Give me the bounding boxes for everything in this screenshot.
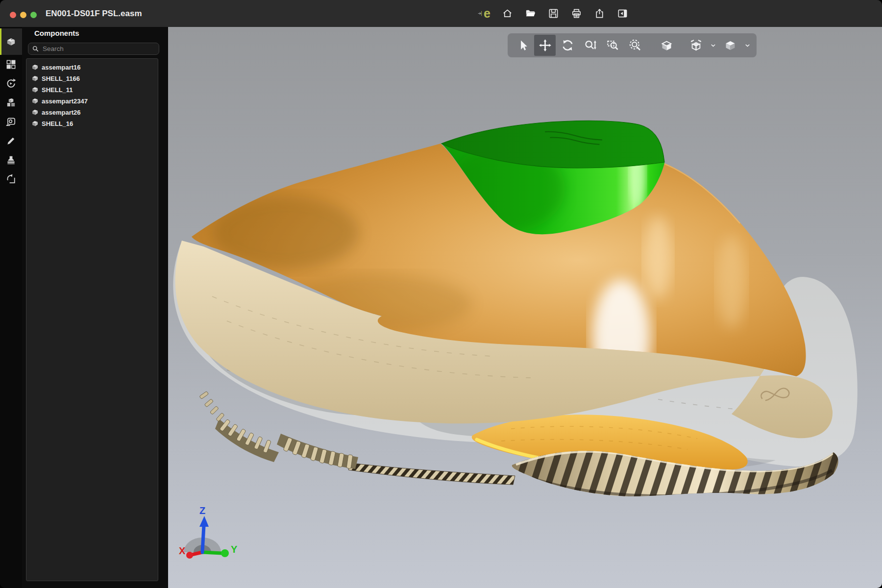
view-orientation-button[interactable] (685, 35, 707, 56)
search-icon (32, 46, 39, 52)
tree-item[interactable]: assempart16 (31, 62, 158, 73)
measure-icon (5, 116, 17, 127)
rail-item-markup[interactable] (0, 131, 22, 150)
traffic-lights (10, 12, 37, 18)
zoom-fit-tool-button[interactable] (624, 35, 646, 56)
tree-item-label: assempart2347 (42, 98, 88, 105)
search-input[interactable] (42, 45, 155, 53)
components-icon (5, 36, 17, 48)
tree-item[interactable]: SHELL_11 (31, 84, 158, 96)
part-icon (31, 64, 39, 71)
tree-item-label: assempart26 (42, 109, 81, 116)
viewport-toolbar (508, 33, 757, 57)
orientation-triad: X Y Z (179, 505, 238, 559)
y-axis (202, 552, 222, 553)
z-axis-label: Z (199, 505, 205, 516)
rail-item-reset-view[interactable] (0, 170, 22, 189)
save-button[interactable] (547, 7, 560, 20)
pencil-icon (5, 135, 17, 147)
assemblies-icon (5, 97, 17, 108)
chevron-down-icon (744, 42, 751, 49)
y-axis-label: Y (231, 544, 238, 555)
rail-item-assemblies[interactable] (0, 93, 22, 112)
x-axis-label: X (179, 545, 186, 556)
zoom-window-tool-button[interactable] (602, 35, 623, 56)
window-title: EN001-DS01F PSL.easm (46, 0, 142, 27)
chevron-down-icon (710, 42, 717, 49)
home-button[interactable] (501, 7, 514, 20)
tree-item-label: SHELL_1166 (42, 75, 80, 82)
titlebar-toolbar: e (478, 0, 629, 27)
part-icon (31, 75, 39, 82)
panel-title: Components (34, 29, 79, 37)
rail-item-measure[interactable] (0, 112, 22, 131)
app-window: EN001-DS01F PSL.easm e (0, 0, 882, 588)
tree-item[interactable]: assempart26 (31, 107, 158, 118)
display-style-dropdown[interactable] (742, 35, 753, 56)
part-icon (31, 121, 39, 127)
rail-item-components[interactable] (0, 28, 22, 55)
zoom-tool-button[interactable] (579, 35, 601, 56)
display-style-button[interactable] (719, 35, 741, 56)
edrawings-logo-icon: e (478, 7, 490, 20)
tree-item-label: SHELL_16 (42, 120, 73, 127)
rail-item-layouts[interactable] (0, 55, 22, 74)
rail-item-update[interactable] (0, 74, 22, 93)
open-file-button[interactable] (524, 7, 537, 20)
part-icon (31, 109, 39, 116)
viewport-3d[interactable]: X Y Z (168, 27, 882, 588)
part-icon (31, 87, 39, 93)
reset-view-icon (5, 173, 17, 185)
share-button[interactable] (593, 7, 606, 20)
shoe-assembly-model[interactable]: X Y Z (168, 27, 882, 588)
layouts-icon (5, 59, 17, 70)
components-tree: assempart16 SHELL_1166 SHELL_11 assempar… (26, 58, 158, 581)
tree-item-label: assempart16 (42, 64, 81, 71)
stamp-icon (5, 154, 17, 166)
section-view-button[interactable] (656, 35, 677, 56)
tree-item[interactable]: SHELL_16 (31, 118, 158, 129)
part-arch-tread[interactable] (348, 463, 515, 485)
z-axis (202, 526, 204, 552)
view-orientation-dropdown[interactable] (708, 35, 718, 56)
tree-item[interactable]: SHELL_1166 (31, 73, 158, 84)
search-box[interactable] (28, 43, 159, 55)
close-button[interactable] (10, 12, 16, 18)
pan-tool-button[interactable] (534, 35, 556, 56)
rotate-tool-button[interactable] (557, 35, 578, 56)
toggle-panel-button[interactable] (616, 7, 629, 20)
zoom-button[interactable] (30, 12, 37, 18)
select-tool-button[interactable] (512, 35, 533, 56)
tree-item[interactable]: assempart2347 (31, 96, 158, 107)
titlebar: EN001-DS01F PSL.easm e (0, 0, 882, 27)
tree-item-label: SHELL_11 (42, 86, 73, 94)
sync-icon (5, 78, 17, 89)
minimize-button[interactable] (20, 12, 26, 18)
rail-item-stamp[interactable] (0, 150, 22, 170)
part-icon (31, 98, 39, 104)
print-button[interactable] (570, 7, 583, 20)
components-panel: Components assempart16 SHELL_1166 SHELL_ (22, 27, 168, 588)
tool-rail (0, 27, 22, 588)
